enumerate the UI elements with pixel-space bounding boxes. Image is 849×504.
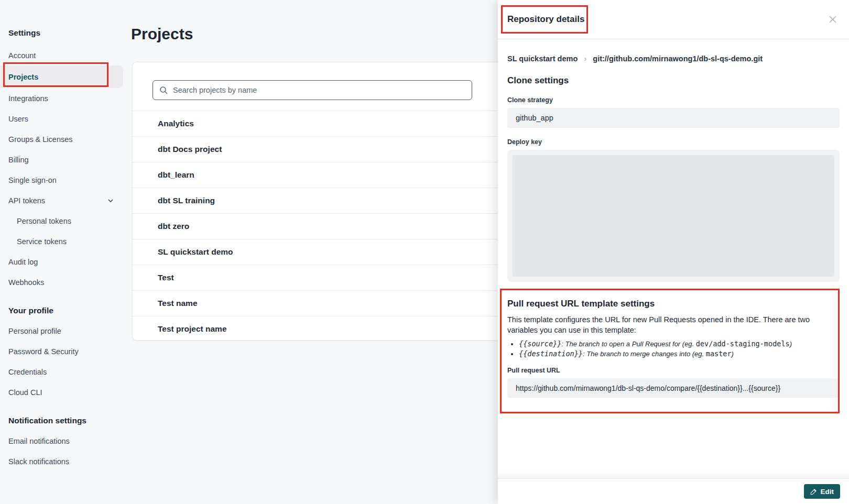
destination-variable-suffix: ) bbox=[732, 350, 734, 358]
search-icon bbox=[159, 86, 168, 95]
clone-settings-heading: Clone settings bbox=[507, 75, 840, 86]
clone-strategy-value: github_app bbox=[507, 108, 840, 128]
pull-request-url-value: https://github.com/mirnawong1/db-sl-qs-d… bbox=[507, 378, 840, 398]
sidebar-heading-your-profile: Your profile bbox=[0, 306, 126, 315]
source-variable-example: dev/add-staging-models bbox=[696, 339, 790, 348]
sidebar-item-slack-notifications[interactable]: Slack notifications bbox=[0, 451, 126, 472]
deploy-key-redacted-content bbox=[513, 155, 834, 277]
settings-sidebar: Settings Account Projects Integrations U… bbox=[0, 0, 126, 504]
pencil-icon bbox=[810, 488, 817, 495]
sidebar-item-single-sign-on[interactable]: Single sign-on bbox=[0, 170, 126, 190]
sidebar-item-audit-log[interactable]: Audit log bbox=[0, 251, 126, 272]
sidebar-item-personal-tokens[interactable]: Personal tokens bbox=[0, 211, 126, 231]
source-variable-text: : The branch to open a Pull Request for … bbox=[561, 340, 696, 348]
sidebar-item-credentials[interactable]: Credentials bbox=[0, 361, 126, 382]
sidebar-item-groups-licenses[interactable]: Groups & Licenses bbox=[0, 129, 126, 149]
drawer-footer: Edit bbox=[498, 478, 849, 504]
page-title: Projects bbox=[131, 25, 193, 43]
sidebar-item-service-tokens[interactable]: Service tokens bbox=[0, 231, 126, 251]
sidebar-item-email-notifications[interactable]: Email notifications bbox=[0, 431, 126, 451]
sidebar-item-webhooks[interactable]: Webhooks bbox=[0, 272, 126, 292]
deploy-key-box bbox=[507, 150, 840, 282]
source-variable-code: {{source}} bbox=[519, 339, 561, 348]
drawer-body: SL quickstart demo git://github.com/mirn… bbox=[498, 54, 849, 398]
sidebar-item-integrations[interactable]: Integrations bbox=[0, 88, 126, 108]
breadcrumb-chevron-icon bbox=[584, 54, 586, 63]
sidebar-item-projects[interactable]: Projects bbox=[0, 65, 123, 88]
destination-variable-code: {{destination}} bbox=[519, 349, 583, 358]
clone-strategy-text: github_app bbox=[516, 114, 553, 122]
drawer-header: Repository details bbox=[498, 0, 849, 39]
breadcrumb-repo-url: git://github.com/mirnawong1/db-sl-qs-dem… bbox=[593, 54, 763, 63]
sidebar-heading-settings: Settings bbox=[0, 28, 126, 38]
pr-variable-destination: {{destination}}: The branch to merge cha… bbox=[519, 349, 840, 358]
pr-template-description: This template configures the URL for new… bbox=[507, 314, 812, 335]
pr-template-heading: Pull request URL template settings bbox=[507, 299, 840, 309]
destination-variable-text: : The branch to merge changes into (eg. bbox=[583, 350, 706, 358]
edit-button[interactable]: Edit bbox=[804, 484, 841, 499]
sidebar-item-personal-profile[interactable]: Personal profile bbox=[0, 321, 126, 341]
sidebar-item-cloud-cli[interactable]: Cloud CLI bbox=[0, 382, 126, 402]
breadcrumb-project[interactable]: SL quickstart demo bbox=[507, 54, 578, 63]
drawer-title: Repository details bbox=[507, 14, 584, 25]
sidebar-item-users[interactable]: Users bbox=[0, 108, 126, 129]
source-variable-suffix: ) bbox=[790, 340, 792, 348]
sidebar-heading-notification-settings: Notification settings bbox=[0, 416, 126, 425]
close-icon[interactable] bbox=[828, 15, 837, 24]
clone-strategy-label: Clone strategy bbox=[507, 96, 840, 104]
project-search[interactable] bbox=[153, 80, 472, 100]
pull-request-url-text: https://github.com/mirnawong1/db-sl-qs-d… bbox=[516, 384, 780, 392]
pr-variable-source: {{source}}: The branch to open a Pull Re… bbox=[519, 339, 840, 348]
repository-details-drawer: Repository details SL quickstart demo gi… bbox=[498, 0, 849, 504]
sidebar-item-label: API tokens bbox=[8, 196, 45, 205]
sidebar-item-api-tokens[interactable]: API tokens bbox=[0, 190, 126, 211]
sidebar-item-billing[interactable]: Billing bbox=[0, 149, 126, 170]
pr-template-variables-list: {{source}}: The branch to open a Pull Re… bbox=[519, 339, 840, 358]
sidebar-item-password-security[interactable]: Password & Security bbox=[0, 341, 126, 361]
pull-request-template-section: Pull request URL template settings This … bbox=[507, 299, 840, 398]
sidebar-item-account[interactable]: Account bbox=[0, 45, 126, 65]
edit-button-label: Edit bbox=[821, 488, 834, 496]
breadcrumb: SL quickstart demo git://github.com/mirn… bbox=[507, 54, 840, 63]
chevron-down-icon bbox=[107, 197, 114, 204]
pull-request-url-label: Pull request URL bbox=[507, 367, 840, 374]
search-input[interactable] bbox=[173, 86, 465, 94]
deploy-key-label: Deploy key bbox=[507, 138, 840, 146]
destination-variable-example: master bbox=[706, 349, 732, 358]
